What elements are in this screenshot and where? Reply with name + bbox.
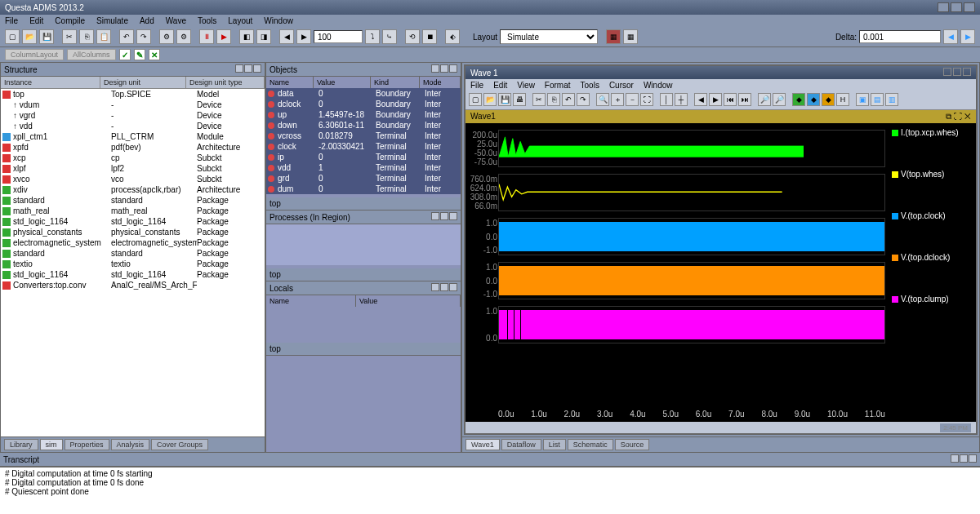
wave-menu-cursor[interactable]: Cursor bbox=[609, 81, 634, 90]
wave-find-icon[interactable]: 🔎 bbox=[758, 93, 771, 106]
wave-track[interactable]: 1.00.0-1.0 bbox=[498, 218, 885, 255]
tree-row[interactable]: ↑ vdd-Device bbox=[1, 121, 265, 131]
tab-source[interactable]: Source bbox=[615, 439, 650, 450]
tree-row[interactable]: xpfdpdf(bev)Architecture bbox=[1, 142, 265, 153]
wave-new-icon[interactable]: ▢ bbox=[469, 93, 482, 106]
tree-row[interactable]: std_logic_1164std_logic_1164Package bbox=[1, 269, 265, 280]
sim-icon[interactable]: ◧ bbox=[239, 29, 254, 44]
restart-icon[interactable]: ⟲ bbox=[405, 29, 420, 44]
tree-row[interactable]: math_realmath_realPackage bbox=[1, 206, 265, 216]
tab-list[interactable]: List bbox=[543, 439, 566, 450]
fwd-icon[interactable]: ▶ bbox=[296, 29, 311, 44]
tree-row[interactable]: xvcovcoSubckt bbox=[1, 174, 265, 184]
wave-sel3-icon[interactable]: ▥ bbox=[885, 93, 898, 106]
stop-icon[interactable]: ⏹ bbox=[422, 29, 437, 44]
run-length-input[interactable] bbox=[314, 30, 363, 43]
maximize-icon[interactable] bbox=[951, 2, 962, 12]
tree-row[interactable]: topTop.SPICEModel bbox=[1, 89, 265, 100]
closed-panel-1[interactable]: ColumnLayout bbox=[5, 49, 64, 60]
wave-menu-window[interactable]: Window bbox=[644, 81, 673, 90]
objects-list[interactable]: data0BoundaryInterdclock0BoundaryInterup… bbox=[266, 88, 461, 194]
object-row[interactable]: grd0TerminalInter bbox=[266, 173, 461, 184]
wave-findnext-icon[interactable]: 🔎 bbox=[773, 93, 786, 106]
object-row[interactable]: vcross0.018279TerminalInter bbox=[266, 131, 461, 141]
wave-sel2-icon[interactable]: ▤ bbox=[871, 93, 884, 106]
menu-tools[interactable]: Tools bbox=[198, 16, 216, 25]
check-icon[interactable]: ✓ bbox=[119, 49, 131, 60]
wave-copy-icon[interactable]: ⎘ bbox=[547, 93, 560, 106]
check3-icon[interactable]: ✕ bbox=[149, 49, 160, 60]
next-delta-icon[interactable]: ▶ bbox=[960, 29, 975, 44]
object-row[interactable]: ip0TerminalInter bbox=[266, 152, 461, 162]
wave-menu-tools[interactable]: Tools bbox=[581, 81, 599, 90]
transcript-body[interactable]: Digital computation at time 0 fs startin… bbox=[0, 467, 980, 514]
wave-open-icon[interactable]: 📂 bbox=[483, 93, 497, 106]
menu-edit[interactable]: Edit bbox=[29, 16, 43, 25]
wave-fmt4-icon[interactable]: H bbox=[836, 93, 849, 106]
wave-fmt-icon[interactable]: ◆ bbox=[792, 93, 805, 106]
object-row[interactable]: dclock0BoundaryInter bbox=[266, 99, 461, 109]
wave-menu-format[interactable]: Format bbox=[545, 81, 571, 90]
tool2-icon[interactable]: ⚙ bbox=[176, 29, 191, 44]
processes-body[interactable] bbox=[266, 224, 461, 265]
wave-undo-icon[interactable]: ↶ bbox=[562, 93, 575, 106]
wave-fmt2-icon[interactable]: ◆ bbox=[807, 93, 820, 106]
wave-menu-view[interactable]: View bbox=[517, 81, 535, 90]
closed-panel-2[interactable]: AllColumns bbox=[67, 49, 116, 60]
legend-item[interactable]: I.(top.xcp.whes) bbox=[892, 128, 974, 137]
tab-library[interactable]: Library bbox=[4, 439, 38, 450]
tree-row[interactable]: xcpcpSubckt bbox=[1, 153, 265, 163]
tree-row[interactable]: textiotextioPackage bbox=[1, 259, 265, 269]
tree-row[interactable]: ↑ vdum-Device bbox=[1, 100, 265, 110]
close-icon[interactable] bbox=[964, 2, 975, 12]
object-row[interactable]: data0BoundaryInter bbox=[266, 88, 461, 99]
wave-max-icon[interactable]: ⛶ bbox=[954, 112, 962, 121]
wave-print-icon[interactable]: 🖶 bbox=[513, 93, 526, 106]
tool-icon[interactable]: ⚙ bbox=[159, 29, 174, 44]
object-row[interactable]: vdd1TerminalInter bbox=[266, 162, 461, 173]
wave-track[interactable]: 760.0m624.0m308.0m66.0m bbox=[498, 174, 885, 211]
wave-menu-edit[interactable]: Edit bbox=[493, 81, 507, 90]
wave-plot-area[interactable]: 200.0u25.0u-50.0u-75.0u760.0m624.0m308.0… bbox=[466, 123, 976, 422]
tab-wave1[interactable]: Wave1 bbox=[466, 439, 500, 450]
wave-detach-icon[interactable]: ⧉ bbox=[946, 112, 951, 121]
wave-zoomin-icon[interactable]: ＋ bbox=[611, 93, 624, 106]
tab-analysis[interactable]: Analysis bbox=[111, 439, 150, 450]
tab-sim[interactable]: sim bbox=[40, 439, 63, 450]
tree-row[interactable]: electromagnetic_systemelectromagnetic_sy… bbox=[1, 237, 265, 248]
object-row[interactable]: dum0TerminalInter bbox=[266, 184, 461, 194]
object-row[interactable]: up1.45497e-18BoundaryInter bbox=[266, 109, 461, 120]
object-row[interactable]: down6.30601e-11BoundaryInter bbox=[266, 120, 461, 131]
step-icon[interactable]: ⏸ bbox=[199, 29, 214, 44]
panel-close-icon[interactable] bbox=[253, 64, 261, 73]
tree-row[interactable]: Converters:top.convAnaIC_real/MS_Arch_Fi… bbox=[1, 280, 265, 290]
tree-row[interactable]: std_logic_1164std_logic_1164Package bbox=[1, 216, 265, 227]
cut-icon[interactable]: ✂ bbox=[62, 29, 77, 44]
wave-track[interactable]: 1.00.0 bbox=[498, 306, 885, 343]
menu-simulate[interactable]: Simulate bbox=[96, 16, 128, 25]
wave-first-icon[interactable]: ⏮ bbox=[724, 93, 737, 106]
tree-row[interactable]: physical_constantsphysical_constantsPack… bbox=[1, 227, 265, 237]
step-into-icon[interactable]: ⤷ bbox=[382, 29, 397, 44]
legend-item[interactable]: V.(top.clock) bbox=[892, 211, 974, 220]
panel-close-icon[interactable] bbox=[449, 64, 457, 73]
menu-window[interactable]: Window bbox=[264, 16, 293, 25]
tab-cover groups[interactable]: Cover Groups bbox=[151, 439, 208, 450]
locals-body[interactable] bbox=[266, 307, 461, 339]
open-icon[interactable]: 📂 bbox=[22, 29, 37, 44]
check2-icon[interactable]: ✎ bbox=[134, 49, 145, 60]
panel-min-icon[interactable] bbox=[235, 64, 243, 73]
wave-addcursor-icon[interactable]: ┼ bbox=[675, 93, 688, 106]
tree-row[interactable]: standardstandardPackage bbox=[1, 248, 265, 259]
menu-compile[interactable]: Compile bbox=[55, 16, 85, 25]
copy-icon[interactable]: ⎘ bbox=[79, 29, 94, 44]
wave-track[interactable]: 1.00.0-1.0 bbox=[498, 262, 885, 299]
panel-max-icon[interactable] bbox=[440, 64, 448, 73]
tree-row[interactable]: xdivprocess(apclk,rbar)Architecture bbox=[1, 184, 265, 195]
tree-row[interactable]: ↑ vgrd-Device bbox=[1, 110, 265, 121]
menu-layout[interactable]: Layout bbox=[228, 16, 252, 25]
layout-select[interactable]: Simulate bbox=[500, 29, 598, 44]
wave-cursor-icon[interactable]: │ bbox=[660, 93, 673, 106]
paste-icon[interactable]: 📋 bbox=[96, 29, 111, 44]
panel-min-icon[interactable] bbox=[431, 64, 439, 73]
